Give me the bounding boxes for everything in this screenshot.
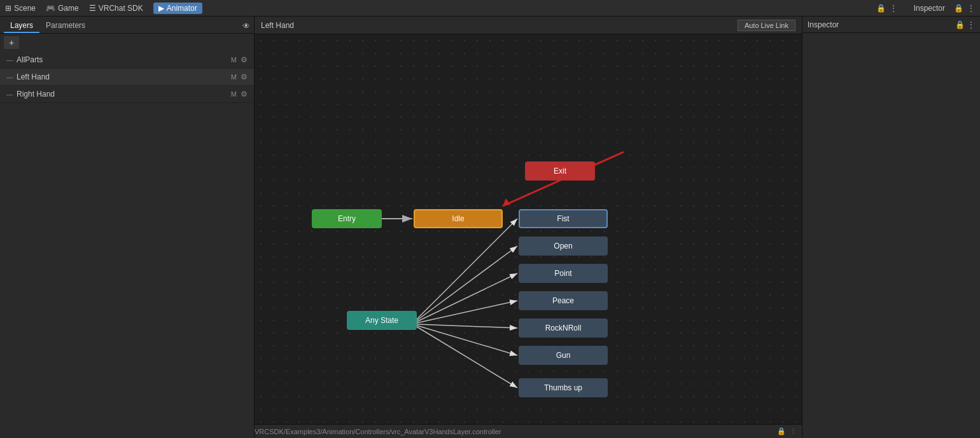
node-rocknroll[interactable]: RockNRoll [519,318,608,338]
node-thumbsup[interactable]: Thumbs up [519,378,608,397]
animator-icon: ▶ [158,4,164,13]
node-peace[interactable]: Peace [519,291,608,310]
main-area: Layers Parameters 👁 + — AllParts M ⚙ — L… [0,17,980,438]
eye-icon[interactable]: 👁 [242,22,250,31]
layer-name-righthand: Right Hand [17,90,231,99]
node-gun[interactable]: Gun [519,346,608,365]
tab-layers[interactable]: Layers [4,19,39,33]
svg-line-3 [417,219,517,319]
inspector-lock-icon[interactable]: 🔒 [955,20,965,29]
node-point[interactable]: Point [519,264,608,283]
right-panel: Inspector 🔒 ⋮ [802,17,980,438]
node-idle[interactable]: Idle [414,209,503,228]
inspector-kebab-icon[interactable]: ⋮ [967,20,975,29]
layer-dash-lefthand: — [6,74,13,81]
node-open[interactable]: Open [519,236,608,256]
left-panel: Layers Parameters 👁 + — AllParts M ⚙ — L… [0,17,255,438]
layer-left-hand[interactable]: — Left Hand M ⚙ [0,69,254,86]
layer-m-lefthand: M [231,73,237,81]
animator-header: Left Hand Auto Live Link [255,17,802,34]
layer-name-lefthand: Left Hand [17,72,231,81]
layer-allparts[interactable]: — AllParts M ⚙ [0,51,254,69]
tab-parameters[interactable]: Parameters [39,19,92,33]
layer-dash-allparts: — [6,57,13,64]
auto-live-link-button[interactable]: Auto Live Link [738,20,795,31]
vrchat-sdk-icon: ☰ [89,4,96,13]
layer-m-allparts: M [231,56,237,64]
footer-icons: 🔒 ⋮ [777,427,802,435]
connections-svg [255,34,802,424]
layer-name-allparts: AllParts [17,55,231,64]
menu-bar: ⊞ Scene 🎮 Game ☰ VRChat SDK ▶ Animator 🔒… [0,0,980,17]
svg-line-8 [417,325,517,355]
add-layer-button[interactable]: + [4,36,19,49]
inspector-label-menu: Inspector [914,4,945,13]
svg-line-4 [417,246,517,320]
node-fist[interactable]: Fist [519,209,608,228]
footer-kebab-icon[interactable]: ⋮ [790,427,797,435]
right-panel-header: Inspector 🔒 ⋮ [802,17,980,33]
node-exit[interactable]: Exit [525,161,595,181]
menu-scene[interactable]: ⊞ Scene [5,4,36,13]
animator-area: Left Hand Auto Live Link [255,17,802,438]
left-panel-tabs: Layers Parameters 👁 [0,17,254,34]
menu-vrchat-sdk[interactable]: ☰ VRChat SDK [89,4,143,13]
footer-bar: VRCSDK/Examples3/Animation/Controllers/v… [255,424,802,438]
menubar-right: 🔒 ⋮ Inspector 🔒 ⋮ [876,4,975,13]
footer-path: VRCSDK/Examples3/Animation/Controllers/v… [255,428,501,435]
footer-lock-icon[interactable]: 🔒 [777,427,786,435]
layer-dash-righthand: — [6,91,13,98]
animator-title: Left Hand [261,21,294,30]
animator-canvas[interactable]: Entry Idle Exit Fist Open Point Peace Ro… [255,34,802,424]
game-icon: 🎮 [46,4,55,13]
svg-line-9 [417,327,517,388]
layer-right-hand[interactable]: — Right Hand M ⚙ [0,86,254,103]
svg-marker-11 [503,198,510,206]
kebab-icon-right[interactable]: ⋮ [967,4,975,13]
menu-game[interactable]: 🎮 Game [46,4,79,13]
lock-icon-left[interactable]: 🔒 [876,4,886,13]
inspector-title: Inspector [808,20,955,29]
node-anystate[interactable]: Any State [347,311,417,330]
layer-m-righthand: M [231,90,237,98]
kebab-icon-left[interactable]: ⋮ [890,4,897,13]
layer-gear-righthand[interactable]: ⚙ [241,90,248,99]
lock-icon-right[interactable]: 🔒 [954,4,963,13]
layer-gear-allparts[interactable]: ⚙ [241,55,248,64]
svg-line-6 [417,301,517,323]
node-entry[interactable]: Entry [312,209,382,228]
layer-gear-lefthand[interactable]: ⚙ [241,72,248,81]
svg-line-5 [417,273,517,322]
menu-animator[interactable]: ▶ Animator [153,3,202,14]
svg-line-7 [417,324,517,328]
scene-icon: ⊞ [5,4,11,13]
